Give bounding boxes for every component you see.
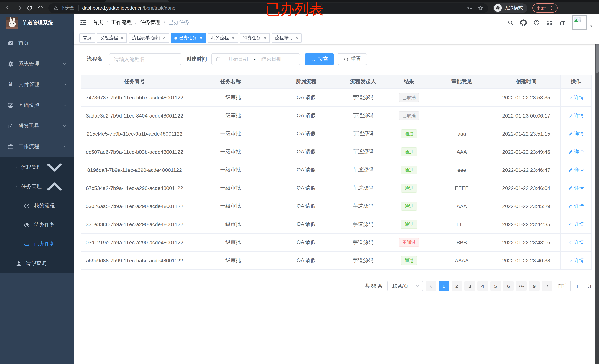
breadcrumb-home[interactable]: 首页: [93, 19, 103, 26]
detail-link[interactable]: 详情: [568, 185, 584, 191]
sidebar-item-infra[interactable]: 基础设施: [0, 95, 73, 116]
cell-created: 2022-01-22 23:45:29: [492, 197, 560, 215]
search-icon[interactable]: [508, 19, 514, 26]
screen: 不安全 dashboard.yudao.iocoder.cn/bpm/task/…: [0, 0, 599, 364]
cell-task-id: 331e3388-7b9a-11ec-a290-acde48001122: [81, 215, 188, 233]
edit-icon: [568, 113, 573, 118]
detail-link[interactable]: 详情: [568, 112, 584, 119]
detail-link[interactable]: 详情: [568, 239, 584, 246]
tab[interactable]: 流程表单-编辑 ✕: [129, 33, 169, 43]
key-icon[interactable]: [467, 5, 472, 11]
table-row: 53026aa5-7b9a-11ec-a290-acde48001122 一级审…: [81, 197, 592, 215]
detail-link[interactable]: 详情: [568, 130, 584, 137]
page-button[interactable]: 9: [529, 281, 539, 291]
browser-tab[interactable]: [105, 0, 169, 2]
breadcrumb-task-mgmt[interactable]: 任务管理: [140, 19, 160, 26]
tab[interactable]: 发起流程 ✕: [97, 33, 127, 43]
cell-task-name: 一级审批: [188, 252, 273, 269]
forward-button[interactable]: [14, 3, 23, 12]
browser-menu-icon[interactable]: [549, 5, 554, 10]
cell-process: OA 请假: [273, 234, 339, 251]
cell-task-id: ec507ae6-7b9a-11ec-b03b-acde48001122: [81, 143, 188, 161]
detail-link[interactable]: 详情: [568, 167, 584, 173]
close-icon[interactable]: ✕: [263, 36, 266, 40]
cell-task-name: 一级审批: [188, 161, 273, 179]
sidebar-item-payment[interactable]: ¥ 支付管理: [0, 74, 73, 95]
page-jump-input[interactable]: [570, 281, 584, 291]
cell-starter: 芋道源码: [339, 179, 387, 197]
next-page-button[interactable]: [542, 281, 552, 291]
tab[interactable]: 我的流程 ✕: [208, 33, 238, 43]
reload-button[interactable]: [25, 3, 34, 12]
sidebar-item-leave-query[interactable]: 请假查询: [0, 254, 73, 273]
process-name-input[interactable]: [109, 53, 181, 65]
detail-link[interactable]: 详情: [568, 94, 584, 101]
sidebar-item-devtools[interactable]: 研发工具: [0, 116, 73, 136]
tab[interactable]: 待办任务 ✕: [240, 33, 270, 43]
sidebar-item-task-mgmt[interactable]: 任务管理: [0, 177, 73, 196]
detail-link[interactable]: 详情: [568, 203, 584, 210]
fullscreen-icon[interactable]: [546, 19, 553, 26]
browser-update-button[interactable]: 更新: [532, 3, 558, 13]
navbar: 首页 / 工作流程 / 任务管理 / 已办任务 тT: [73, 14, 599, 31]
breadcrumb-workflow[interactable]: 工作流程: [111, 19, 132, 26]
filter-bar: 流程名 创建时间 开始日期 - 结束日期 搜索 重: [87, 53, 592, 65]
sidebar-item-done-tasks[interactable]: 已办任务: [0, 235, 73, 254]
detail-link[interactable]: 详情: [568, 257, 584, 264]
close-icon[interactable]: ✕: [121, 36, 123, 40]
cell-starter: 芋道源码: [339, 125, 387, 143]
github-icon[interactable]: [520, 19, 527, 26]
sidebar-item-todo-tasks[interactable]: 待办任务: [0, 215, 73, 235]
route-icon: [16, 184, 17, 190]
date-range-picker[interactable]: 开始日期 - 结束日期: [211, 53, 300, 65]
caret-down-icon[interactable]: [589, 24, 593, 28]
cell-process: OA 请假: [273, 252, 339, 269]
cell-starter: 芋道源码: [339, 252, 387, 269]
prev-page-button[interactable]: [426, 281, 436, 291]
tab[interactable]: 已办任务 ✕: [171, 33, 206, 43]
back-button[interactable]: [4, 3, 13, 12]
font-size-icon[interactable]: тT: [559, 19, 565, 26]
tab[interactable]: 流程详情 ✕: [272, 33, 302, 43]
page-button[interactable]: 5: [490, 281, 501, 291]
result-badge: 通过: [401, 166, 417, 174]
table-header: 任务编号 任务名称 所属流程 流程发起人 结果 审批意见 创建时间 操作: [81, 75, 592, 89]
page-button[interactable]: 4: [477, 281, 488, 291]
page-size-select[interactable]: 10条/页: [387, 281, 423, 291]
result-badge: 通过: [401, 184, 417, 193]
page-scrollbar[interactable]: [595, 14, 599, 364]
sidebar-item-system[interactable]: 系统管理: [0, 53, 73, 74]
home-button[interactable]: [36, 3, 45, 12]
app-logo-row[interactable]: 芋道管理系统: [0, 16, 73, 30]
detail-link[interactable]: 详情: [568, 149, 584, 155]
page-button[interactable]: 1: [439, 281, 449, 291]
page-content: 流程名 创建时间 开始日期 - 结束日期 搜索 重: [73, 44, 599, 364]
close-icon[interactable]: ✕: [163, 36, 166, 40]
result-badge: 已取消: [399, 111, 419, 120]
page-button[interactable]: •••: [516, 281, 527, 291]
tab[interactable]: 首页: [79, 33, 95, 43]
help-icon[interactable]: [533, 19, 540, 26]
result-badge: 已取消: [399, 93, 419, 102]
app-title: 芋道管理系统: [22, 20, 53, 26]
done-task-table: 任务编号 任务名称 所属流程 流程发起人 结果 审批意见 创建时间 操作 747…: [81, 75, 592, 270]
detail-link[interactable]: 详情: [568, 221, 584, 228]
security-chip[interactable]: 不安全: [53, 5, 74, 11]
page-button[interactable]: 2: [452, 281, 462, 291]
search-button[interactable]: 搜索: [305, 53, 334, 65]
cell-task-id: 8196daff-7b9a-11ec-a290-acde48001122: [81, 161, 188, 179]
result-badge: 通过: [401, 256, 417, 265]
dashboard-icon: [7, 40, 14, 46]
page-button[interactable]: 6: [503, 281, 514, 291]
close-icon[interactable]: ✕: [295, 36, 298, 40]
page-button[interactable]: 3: [465, 281, 475, 291]
cell-task-name: 一级审批: [188, 234, 273, 251]
close-icon[interactable]: ✕: [200, 36, 203, 40]
close-icon[interactable]: ✕: [231, 36, 234, 40]
bookmark-star-icon[interactable]: [477, 5, 483, 11]
sidebar-item-home[interactable]: 首页: [0, 33, 73, 53]
table-row: 8196daff-7b9a-11ec-a290-acde48001122 一级审…: [81, 161, 592, 179]
reset-button[interactable]: 重置: [338, 53, 367, 65]
sidebar-collapse-icon[interactable]: [79, 19, 87, 26]
avatar[interactable]: [572, 15, 587, 30]
